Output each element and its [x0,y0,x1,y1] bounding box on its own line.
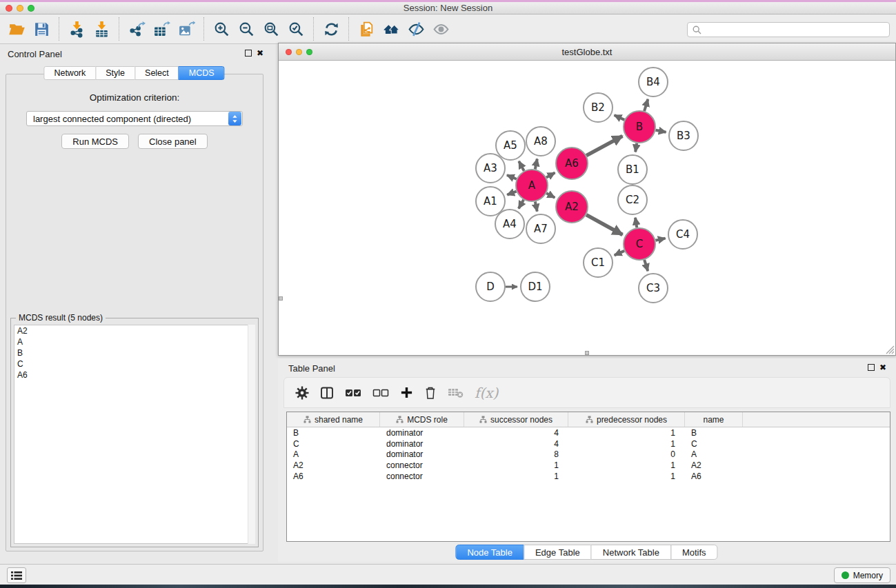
table-cell[interactable]: 1 [568,428,685,438]
zoom-out-icon[interactable] [234,17,259,41]
node-A2[interactable]: A2 [556,191,588,223]
toggle-visibility-icon[interactable] [404,17,428,41]
open-session-icon[interactable] [4,17,29,41]
mcds-result-item[interactable]: C [14,358,255,369]
table-cell[interactable]: A [287,449,380,459]
table-cell[interactable]: C [685,439,743,449]
tab-edge-table[interactable]: Edge Table [524,545,592,560]
table-row[interactable]: Adominator80A [287,449,890,460]
create-column-plus-icon[interactable] [400,386,413,399]
table-cell[interactable]: 8 [464,449,568,459]
table-cell[interactable]: A6 [685,472,743,481]
node-C2[interactable]: C2 [618,185,647,214]
mcds-result-item[interactable]: A6 [14,369,255,381]
edge-B-B2[interactable] [615,115,625,120]
edge-A6-B[interactable] [586,136,622,155]
node-A5[interactable]: A5 [496,131,525,160]
network-minimize-button[interactable] [296,49,302,55]
edge-A-A5[interactable] [519,161,524,171]
table-cell[interactable]: A2 [287,460,380,470]
node-B4[interactable]: B4 [639,68,668,97]
node-A[interactable]: A [516,170,548,201]
frame-resize-handle-left[interactable] [279,296,283,301]
node-B1[interactable]: B1 [618,155,647,184]
table-cell[interactable]: dominator [380,439,464,449]
table-row[interactable]: Cdominator41C [287,438,890,449]
export-image-icon[interactable] [174,17,199,41]
close-window-button[interactable] [6,5,12,12]
zoom-selected-icon[interactable] [283,17,308,41]
zoom-fit-icon[interactable] [259,17,283,41]
table-row[interactable]: A6connector11A6 [287,471,890,482]
edge-C-C3[interactable] [644,260,648,271]
node-C3[interactable]: C3 [639,274,668,303]
column-header-shared-name[interactable]: shared name [287,412,380,427]
function-builder-icon[interactable]: f(x) [475,385,498,401]
network-window-titlebar[interactable]: testGlobe.txt [279,43,895,61]
edge-B-B1[interactable] [635,143,637,152]
table-cell[interactable]: 1 [464,460,568,470]
edge-A-A3[interactable] [507,175,517,179]
minimize-window-button[interactable] [17,5,23,12]
select-all-columns-icon[interactable] [345,388,361,398]
frame-resize-handle-bottom[interactable] [585,351,589,355]
edge-A2-C[interactable] [586,215,622,235]
table-cell[interactable]: C [287,439,380,449]
save-session-icon[interactable] [29,17,54,41]
delete-table-icon[interactable] [448,387,464,398]
edge-B-B3[interactable] [656,130,666,132]
node-C1[interactable]: C1 [584,248,613,277]
tab-node-table[interactable]: Node Table [455,545,524,560]
tab-network-table[interactable]: Network Table [591,545,671,560]
table-cell[interactable]: 4 [464,428,568,438]
table-cell[interactable]: 1 [568,439,685,449]
table-cell[interactable]: B [287,428,380,438]
export-table-icon[interactable] [149,17,174,41]
edge-A-A4[interactable] [519,200,524,209]
edge-A-A6[interactable] [546,173,555,178]
column-header-successor-nodes[interactable]: successor nodes [464,412,568,427]
task-history-button[interactable] [7,567,26,583]
edge-A-A1[interactable] [507,192,516,195]
table-cell[interactable]: A6 [287,472,380,481]
edge-B-B4[interactable] [644,99,648,111]
unselect-all-columns-icon[interactable] [372,388,389,398]
edge-A-A8[interactable] [535,159,537,169]
table-cell[interactable]: B [685,428,743,438]
export-network-icon[interactable] [124,17,149,41]
close-table-panel-icon[interactable]: ✖ [879,363,886,372]
float-table-panel-icon[interactable] [868,364,875,371]
delete-columns-trash-icon[interactable] [424,385,437,400]
mcds-result-item[interactable]: B [14,347,255,358]
edge-C-C1[interactable] [615,251,624,255]
node-B[interactable]: B [624,111,655,143]
node-D1[interactable]: D1 [521,272,550,301]
table-cell[interactable]: A [685,449,743,459]
column-header-predecessor-nodes[interactable]: predecessor nodes [568,412,685,427]
node-A7[interactable]: A7 [526,214,555,243]
memory-button[interactable]: Memory [834,567,890,583]
tab-network[interactable]: Network [43,66,96,80]
run-mcds-button[interactable]: Run MCDS [61,134,129,149]
edge-A-A2[interactable] [546,193,555,197]
table-cell[interactable]: connector [380,460,464,470]
network-maximize-button[interactable] [306,49,312,55]
resize-grip-icon[interactable] [885,345,895,354]
home-icon[interactable] [379,17,404,41]
node-A1[interactable]: A1 [476,187,505,216]
column-header-MCDS-role[interactable]: MCDS role [380,412,464,427]
edge-A-A7[interactable] [535,202,537,212]
float-panel-icon[interactable] [245,50,252,57]
network-canvas[interactable]: B4B2BB3A5A8A6B1A3AC2A1A2A4A7C4CC1DD1C3 [279,61,895,355]
node-B3[interactable]: B3 [669,121,698,150]
tab-mcds[interactable]: MCDS [179,66,225,80]
network-close-button[interactable] [286,49,292,55]
clone-network-icon[interactable] [354,17,379,41]
table-options-gear-icon[interactable] [295,386,309,400]
zoom-in-icon[interactable] [209,17,234,41]
table-cell[interactable]: dominator [380,449,464,459]
node-A6[interactable]: A6 [556,148,588,179]
node-A4[interactable]: A4 [495,210,524,239]
node-A3[interactable]: A3 [476,154,505,183]
maximize-window-button[interactable] [28,5,34,12]
